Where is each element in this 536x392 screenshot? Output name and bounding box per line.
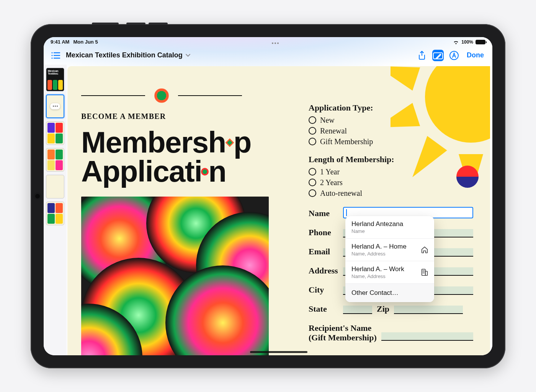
diamond-decoration [154, 88, 169, 103]
radio-1year[interactable]: 1 Year [309, 168, 473, 176]
svg-rect-17 [425, 271, 428, 275]
thumbnail-page-1[interactable] [46, 68, 64, 91]
radio-icon [309, 116, 316, 124]
home-indicator[interactable] [250, 351, 307, 353]
radio-auto[interactable]: Auto-renewal [309, 189, 473, 198]
radio-icon [309, 127, 316, 135]
zip-field[interactable] [394, 306, 463, 314]
thumbnail-page-6[interactable] [46, 202, 64, 225]
document-title-button[interactable]: Mexican Textiles Exhibition Catalog [66, 51, 190, 59]
autofill-other-contact[interactable]: Other Contact… [345, 283, 434, 302]
status-date: Mon Jun 5 [73, 39, 98, 45]
sidebar-toggle-button[interactable] [50, 50, 61, 61]
document-title: Mexican Textiles Exhibition Catalog [66, 51, 183, 59]
svg-rect-23 [424, 272, 425, 273]
svg-rect-18 [423, 270, 423, 271]
label-zip: Zip [377, 304, 389, 314]
label-recipient: Recipient's Name(Gift Membership) [309, 323, 377, 343]
building-icon [420, 268, 429, 277]
thumbnail-page-3[interactable] [46, 121, 64, 145]
radio-icon [309, 189, 316, 197]
home-icon [420, 246, 429, 254]
radio-icon [309, 179, 316, 186]
label-name: Name [309, 208, 338, 218]
battery-icon [476, 40, 485, 44]
status-bar: 9:41 AM Mon Jun 5 100% [44, 37, 492, 46]
radio-icon [309, 138, 316, 145]
thumbnail-page-2-selected[interactable] [46, 94, 64, 118]
multitask-dots[interactable] [98, 40, 453, 44]
document-page[interactable]: BECOME A MEMBER Membershp Applicatin [67, 66, 490, 355]
markup-button[interactable] [432, 50, 444, 61]
svg-rect-22 [423, 272, 423, 273]
autofill-popover: Herland Antezana Name Herland A. – Home … [345, 216, 434, 302]
text-caret [346, 209, 347, 216]
svg-point-2 [51, 55, 52, 56]
textile-artwork [81, 197, 269, 355]
app-type-heading: Application Type: [309, 103, 473, 113]
radio-new[interactable]: New [309, 116, 473, 125]
svg-rect-19 [424, 270, 425, 271]
radio-renewal[interactable]: Renewal [309, 127, 473, 135]
wifi-icon [453, 40, 459, 44]
autofill-suggestion-1[interactable]: Herland Antezana Name [345, 216, 434, 238]
length-heading: Length of Membership: [309, 155, 473, 164]
label-address: Address [309, 266, 338, 276]
svg-point-4 [51, 57, 52, 59]
hw-camera [35, 194, 40, 198]
thumbnail-menu-button[interactable] [50, 103, 60, 109]
thumbnail-page-4[interactable] [46, 148, 64, 172]
label-state: State [309, 304, 338, 314]
radio-2years[interactable]: 2 Years [309, 178, 473, 187]
autofill-suggestion-2[interactable]: Herland A. – Home Name, Address [345, 238, 434, 261]
hw-volume-down [149, 23, 168, 25]
thumbnail-page-5[interactable] [46, 175, 64, 198]
label-phone: Phone [309, 228, 338, 237]
radio-icon [309, 168, 316, 176]
svg-rect-21 [424, 271, 425, 272]
share-button[interactable] [416, 50, 428, 61]
autofill-button[interactable] [448, 50, 460, 61]
hw-volume-up [126, 23, 145, 25]
ipad-frame: 9:41 AM Mon Jun 5 100% Mexican Textiles … [31, 24, 505, 368]
autofill-suggestion-3[interactable]: Herland A. – Work Name, Address [345, 261, 434, 283]
status-time: 9:41 AM [51, 39, 69, 45]
chevron-down-icon [186, 54, 190, 57]
svg-rect-16 [422, 269, 425, 275]
svg-point-0 [51, 52, 52, 53]
label-email: Email [309, 247, 338, 257]
page-thumbnails[interactable] [44, 65, 67, 355]
hw-power-button [92, 23, 119, 25]
svg-rect-20 [423, 271, 423, 272]
recipient-field[interactable] [381, 332, 473, 341]
done-button[interactable]: Done [464, 51, 486, 59]
state-field[interactable] [343, 306, 372, 314]
radio-gift[interactable]: Gift Membership [309, 137, 473, 146]
battery-pct: 100% [461, 39, 473, 45]
label-city: City [309, 285, 338, 295]
toolbar: Mexican Textiles Exhibition Catalog Done [44, 46, 492, 65]
